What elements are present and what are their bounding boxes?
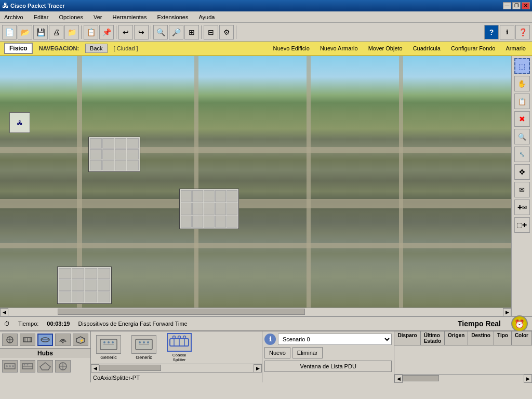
dev-scroll-right[interactable]: ▶ [254,364,262,373]
tb-redo[interactable]: ↪ [134,25,149,39]
select-tool-btn[interactable]: ⬚ [514,58,530,74]
building-1[interactable] [88,137,140,172]
device-type-security[interactable]: ⚡ [73,334,88,346]
log-col-origen[interactable]: Origen [445,331,468,345]
close-button[interactable]: ✕ [522,2,530,9]
dev-scroll-track[interactable] [99,364,254,372]
tb-open[interactable]: 📂 [18,25,32,39]
scenario-panel: ℹ Scenario 0 Nuevo Eliminar Ventana de L… [262,331,394,382]
zoom-tool-btn[interactable]: 🔍 [514,129,530,144]
device-type-switch[interactable] [20,334,35,346]
device-coaxial-splitter[interactable]: CoaxialSplitter [164,333,195,362]
scroll-left-btn[interactable]: ◀ [0,308,8,316]
canvas-hscrollbar[interactable]: ◀ ▶ [0,308,511,316]
building-3[interactable]: Corral de Cisco [57,267,112,304]
coaxial-splitter-icon[interactable] [167,333,192,352]
dev-scroll-left[interactable]: ◀ [91,364,99,373]
tb-zoom-out[interactable]: 🔎 [169,25,183,39]
tb-zoom-in[interactable]: 🔍 [153,25,168,39]
scenario-select[interactable]: Scenario 0 [278,334,392,345]
log-scroll-right[interactable]: ▶ [524,375,532,383]
move-tool-btn[interactable]: ✥ [514,164,530,180]
tb-print[interactable]: 🖨 [49,25,63,39]
menu-opciones[interactable]: Opciones [57,13,85,21]
device-list-scroll[interactable]: Generic Generic [91,331,262,364]
scroll-right-btn[interactable]: ▶ [503,308,511,316]
title-bar-left: 🖧 Cisco Packet Tracer [2,2,65,9]
device-type-hub[interactable] [37,334,53,346]
generic-2-icon[interactable] [131,335,156,354]
svg-point-39 [178,336,181,339]
dev-icon-2[interactable] [20,360,35,373]
menu-ayuda[interactable]: Ayuda [196,13,217,21]
tb-save[interactable]: 💾 [33,25,48,39]
svg-text:⚡: ⚡ [79,338,84,343]
log-scroll-thumb[interactable] [403,375,439,381]
menu-herramientas[interactable]: Herramientas [110,13,149,21]
status-devices: Dispositivos de Energía Fast Forward Tim… [78,321,187,327]
pdu-list-btn[interactable]: Ventana de Lista PDU [264,361,392,372]
log-scroll-track[interactable] [403,375,524,382]
dev-scroll-thumb[interactable] [99,365,161,371]
svg-point-27 [108,341,110,343]
tb-file[interactable]: 📁 [64,25,79,39]
delete-tool-btn[interactable]: ✖ [514,111,530,127]
eliminar-scenario-btn[interactable]: Eliminar [292,347,323,358]
log-hscroll[interactable]: ◀ ▶ [394,374,532,382]
dev-icon-4[interactable] [55,360,71,373]
msg-tool-btn[interactable]: ✉ [514,182,530,197]
armario-btn[interactable]: Armario [503,44,528,52]
tb-grid[interactable]: ⊟ [204,25,218,39]
tb-options[interactable]: ⚙ [219,25,234,39]
hand-tool-btn[interactable]: ✋ [514,76,530,91]
log-col-destino[interactable]: Destino [468,331,494,345]
device-type-router[interactable] [2,334,18,346]
log-col-disparo[interactable]: Disparo [394,331,420,345]
bottom-panel: ⚡ Hubs [0,330,532,382]
device-generic-2[interactable]: Generic [128,335,159,360]
tb-question[interactable]: ❓ [515,25,530,39]
tb-about[interactable]: ℹ [500,25,514,39]
menu-editar[interactable]: Editar [32,13,51,21]
cuadricula-btn[interactable]: Cuadrícula [411,44,443,52]
menu-archivo[interactable]: Archivo [2,13,25,21]
back-button[interactable]: Back [85,44,107,53]
device-type-wireless[interactable] [55,334,71,346]
device-generic-1[interactable]: Generic [93,335,124,360]
nuevo-edificio-btn[interactable]: Nuevo Edificio [271,44,312,52]
resize-tool-btn[interactable]: ⤡ [514,147,530,162]
tb-paste[interactable]: 📌 [99,25,114,39]
mover-objeto-btn[interactable]: Mover Objeto [366,44,405,52]
tb-zoom-fit[interactable]: ⊞ [184,25,199,39]
log-col-color[interactable]: Color [512,331,532,345]
generic-1-icon[interactable] [96,335,121,354]
dev-icon-3[interactable] [37,360,53,373]
device-list-hscroll[interactable]: ◀ ▶ [91,364,262,372]
menu-ver[interactable]: Ver [91,13,104,21]
tb-help[interactable]: ? [484,25,499,39]
tb-copy[interactable]: 📋 [84,25,98,39]
realtime-clock-btn[interactable]: ⏰ [511,315,528,332]
building-2[interactable]: Area de Cisco [179,189,239,229]
fisico-tab[interactable]: Físico [4,43,33,54]
canvas-area[interactable]: Area de Cisco Corral de Cisco 🖧 ◀ ▶ [0,56,511,316]
inspect-tool-btn[interactable]: ⬚✚ [514,217,530,233]
menu-extensiones[interactable]: Extensiones [155,13,190,21]
configurar-fondo-btn[interactable]: Configurar Fondo [449,44,498,52]
nuevo-armario-btn[interactable]: Nuevo Armario [318,44,360,52]
nuevo-scenario-btn[interactable]: Nuevo [264,347,290,358]
log-col-estado[interactable]: Último Estado [421,331,445,345]
log-col-tipo[interactable]: Tipo [494,331,512,345]
note-tool-btn[interactable]: 📋 [514,94,530,109]
log-scroll-left[interactable]: ◀ [394,375,403,383]
minimize-button[interactable]: — [503,2,511,9]
scroll-thumb[interactable] [58,309,305,315]
tb-undo[interactable]: ↩ [118,25,133,39]
dev-icon-1[interactable] [2,360,18,373]
tb-sep4 [201,25,202,39]
scroll-track[interactable] [8,308,503,316]
app-title: Cisco Packet Tracer [10,3,65,9]
tb-new[interactable]: 📄 [2,25,17,39]
maximize-button[interactable]: ❐ [512,2,521,9]
msg-add-tool-btn[interactable]: ✚✉ [514,200,530,215]
